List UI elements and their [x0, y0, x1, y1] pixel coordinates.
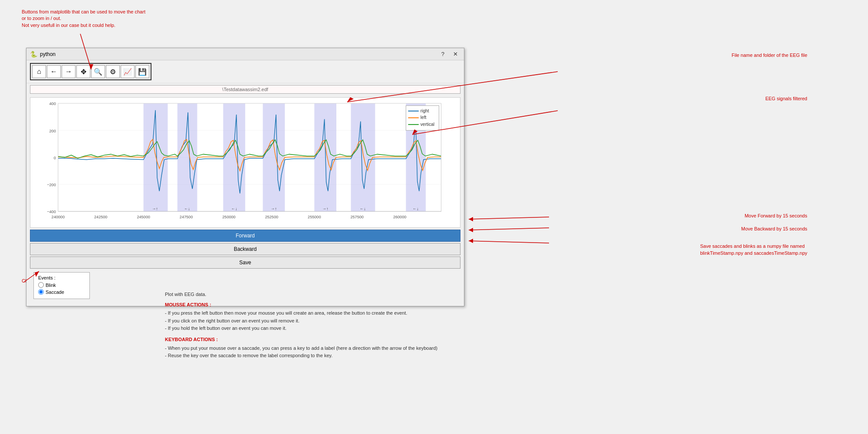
filepath-input[interactable] — [30, 85, 460, 94]
toolbar-wrapper: ⌂ ← → ✥ 🔍 ⚙ 📈 💾 — [30, 63, 151, 80]
svg-text:←↓: ←↓ — [184, 207, 190, 211]
eeg-chart: 400 200 0 −200 −400 240000 242500 245000… — [34, 101, 457, 223]
blink-radio[interactable] — [38, 282, 44, 288]
titlebar-controls: ? ✕ — [439, 50, 460, 58]
move-button[interactable]: ✥ — [76, 65, 90, 78]
svg-text:←↓: ←↓ — [413, 207, 419, 211]
svg-line-53 — [469, 241, 549, 243]
close-button[interactable]: ✕ — [450, 50, 460, 58]
saccade-label: Saccade — [46, 289, 64, 295]
svg-text:→↑: →↑ — [152, 207, 158, 211]
blink-label: Blink — [46, 283, 56, 288]
main-window: 🐍 python ? ✕ ⌂ ← → ✥ 🔍 ⚙ 📈 💾 — [26, 48, 464, 306]
svg-text:250000: 250000 — [222, 215, 235, 219]
svg-text:0: 0 — [54, 156, 56, 160]
buttons-row: Forward Backward Save — [30, 230, 460, 269]
toolbar: ⌂ ← → ✥ 🔍 ⚙ 📈 💾 — [26, 60, 464, 83]
description-mouse-2: - If you hold the left button over an ev… — [165, 325, 451, 332]
svg-text:245000: 245000 — [137, 215, 150, 219]
svg-rect-24 — [263, 103, 285, 211]
svg-text:→↑: →↑ — [271, 207, 277, 211]
filepath-bar — [26, 83, 464, 95]
svg-text:252500: 252500 — [265, 215, 278, 219]
svg-text:left: left — [421, 115, 427, 120]
description-keyboard-0: - When you put your mousse over a saccad… — [165, 345, 451, 352]
svg-text:257500: 257500 — [350, 215, 363, 219]
annotation-move-backward: Move Backward by 15 seconds — [741, 226, 807, 232]
back-button[interactable]: ← — [47, 65, 61, 78]
svg-marker-54 — [469, 239, 473, 243]
saccade-radio[interactable] — [38, 289, 44, 295]
description-mouse-1: - If you click on the right button over … — [165, 317, 451, 325]
backward-button[interactable]: Backward — [30, 243, 460, 255]
forward-nav-button[interactable]: → — [62, 65, 76, 78]
svg-rect-26 — [351, 103, 375, 211]
svg-text:200: 200 — [49, 128, 56, 133]
window-title: python — [40, 51, 56, 57]
annotation-move-forward: Move Forward by 15 seconds — [745, 213, 807, 219]
save-button[interactable]: Save — [30, 256, 460, 269]
help-button[interactable]: ? — [439, 50, 447, 58]
description-area: Plot with EEG data. MOUSSE ACTIONS : - I… — [165, 291, 451, 360]
settings-button[interactable]: ⚙ — [106, 65, 120, 78]
svg-line-51 — [469, 228, 549, 230]
events-title: Events : — [38, 275, 85, 280]
annotation-save: Save saccades and blinks as a numpy file… — [700, 237, 807, 256]
svg-text:−200: −200 — [47, 183, 56, 187]
saccade-option[interactable]: Saccade — [38, 289, 85, 295]
svg-marker-50 — [469, 217, 473, 221]
events-box: Events : Blink Saccade — [33, 272, 90, 299]
forward-button[interactable]: Forward — [30, 230, 460, 242]
svg-text:247500: 247500 — [180, 215, 193, 219]
svg-text:255000: 255000 — [308, 215, 321, 219]
svg-text:←↓: ←↓ — [231, 207, 237, 211]
svg-text:→↑: →↑ — [322, 207, 329, 211]
save-chart-button[interactable]: 💾 — [135, 65, 149, 78]
annotation-eeg-signals: EEG signals filtered — [765, 95, 807, 102]
svg-text:242500: 242500 — [94, 215, 107, 219]
titlebar: 🐍 python ? ✕ — [26, 48, 464, 60]
svg-text:−400: −400 — [47, 210, 56, 214]
description-mouse-title: MOUSSE ACTIONS : — [165, 301, 451, 309]
svg-text:vertical: vertical — [421, 122, 434, 127]
chart-container: 400 200 0 −200 −400 240000 242500 245000… — [30, 97, 460, 228]
description-mouse-0: - If you press the left button then move… — [165, 309, 451, 317]
description-keyboard-title: KEYBOARD ACTIONS : — [165, 336, 451, 344]
svg-line-49 — [469, 217, 549, 219]
svg-text:240000: 240000 — [52, 215, 65, 219]
chart-button[interactable]: 📈 — [121, 65, 135, 78]
description-intro: Plot with EEG data. — [165, 291, 451, 299]
annotation-filename: File name and folder of the EEG file — [732, 52, 807, 59]
svg-text:400: 400 — [49, 102, 56, 106]
home-button[interactable]: ⌂ — [32, 65, 46, 78]
blink-option[interactable]: Blink — [38, 282, 85, 288]
description-keyboard-1: - Reuse the key over the saccade to remo… — [165, 352, 451, 360]
svg-text:right: right — [421, 108, 429, 113]
svg-text:260000: 260000 — [393, 215, 406, 219]
annotation-toolbar: Buttons from matplotlib that can be used… — [22, 9, 145, 29]
window-icon: 🐍 — [30, 51, 37, 58]
titlebar-left: 🐍 python — [30, 51, 56, 58]
svg-rect-23 — [223, 103, 245, 211]
svg-marker-52 — [469, 228, 473, 232]
zoom-button[interactable]: 🔍 — [91, 65, 105, 78]
svg-text:←↓: ←↓ — [360, 207, 366, 211]
